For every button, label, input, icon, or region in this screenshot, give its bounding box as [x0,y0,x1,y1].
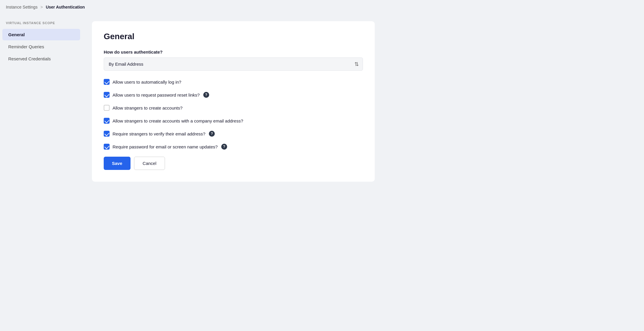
sidebar-item-reminder-queries[interactable]: Reminder Queries [2,41,80,52]
help-icon-verify-email[interactable]: ? [209,131,215,137]
checkbox-strangers-create[interactable] [104,105,110,111]
checkbox-password-reset[interactable] [104,92,110,98]
breadcrumb-current: User Authentication [46,5,85,9]
main-content: General How do users authenticate? By Em… [82,14,644,330]
auth-select-wrapper: By Email Address By Screen Name By Email… [104,57,363,71]
cancel-button[interactable]: Cancel [134,157,165,170]
checkbox-verify-email-label: Require strangers to verify their email … [113,131,205,136]
checkbox-auto-login-label: Allow users to automatically log in? [113,80,181,85]
checkbox-password-reset-label: Allow users to request password reset li… [113,92,200,97]
checkbox-verify-email[interactable] [104,131,110,137]
checkbox-strangers-create-label: Allow strangers to create accounts? [113,105,183,110]
checkbox-strangers-company-email-label: Allow strangers to create accounts with … [113,118,243,123]
help-icon-password-reset[interactable]: ? [203,92,209,98]
checkbox-password-updates-label: Require password for email or screen nam… [113,144,218,149]
checkbox-row-password-updates: Require password for email or screen nam… [104,144,363,150]
breadcrumb-parent[interactable]: Instance Settings [6,5,37,9]
auth-label: How do users authenticate? [104,49,363,54]
help-icon-password-updates[interactable]: ? [221,144,227,150]
checkbox-auto-login[interactable] [104,79,110,85]
checkbox-row-strangers-company-email: Allow strangers to create accounts with … [104,118,363,124]
save-button[interactable]: Save [104,157,131,170]
checkbox-row-password-reset: Allow users to request password reset li… [104,92,363,98]
sidebar-item-general[interactable]: General [2,29,80,40]
checkbox-row-strangers-create: Allow strangers to create accounts? [104,105,363,111]
checkbox-strangers-company-email[interactable] [104,118,110,124]
checkbox-password-updates[interactable] [104,144,110,150]
card-title: General [104,32,363,41]
sidebar: Virtual Instance Scope General Reminder … [0,14,82,330]
sidebar-section-label: Virtual Instance Scope [0,19,82,28]
auth-select[interactable]: By Email Address By Screen Name By Email… [104,57,363,71]
breadcrumb: Instance Settings > User Authentication [0,0,644,14]
checkbox-row-auto-login: Allow users to automatically log in? [104,79,363,85]
button-row: Save Cancel [104,157,363,170]
settings-card: General How do users authenticate? By Em… [92,21,375,182]
checkbox-row-verify-email: Require strangers to verify their email … [104,131,363,137]
breadcrumb-separator: > [40,5,43,9]
sidebar-item-reserved-credentials[interactable]: Reserved Credentials [2,53,80,64]
